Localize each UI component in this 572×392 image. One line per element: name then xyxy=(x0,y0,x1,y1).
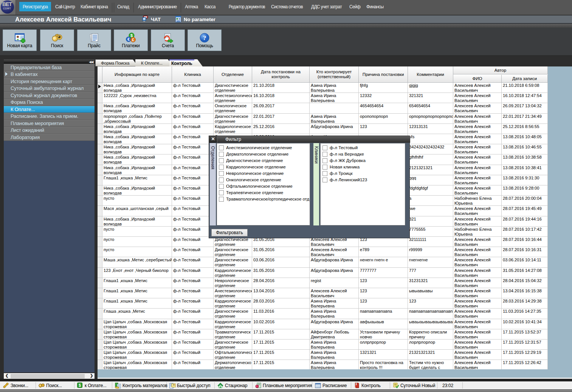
svg-text:€: € xyxy=(127,37,130,42)
svg-text:$: $ xyxy=(79,383,81,387)
svg-text:£: £ xyxy=(132,38,134,42)
svg-text:?: ? xyxy=(203,34,206,42)
svg-text:$: $ xyxy=(130,33,133,38)
